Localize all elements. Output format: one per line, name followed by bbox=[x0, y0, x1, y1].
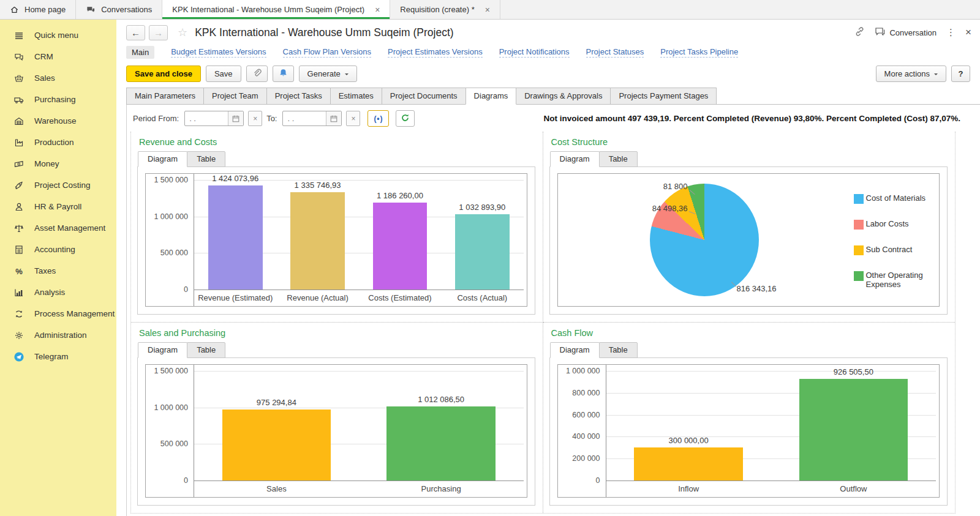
generate-label: Generate bbox=[307, 69, 341, 78]
sidebar-item-accounting[interactable]: Accounting bbox=[0, 239, 116, 260]
save-button[interactable]: Save bbox=[206, 65, 241, 82]
help-button[interactable]: ? bbox=[951, 65, 970, 82]
legend-swatch bbox=[854, 194, 864, 204]
production-icon bbox=[13, 137, 25, 148]
tab-diagram[interactable]: Diagram bbox=[138, 151, 187, 167]
tab-table[interactable]: Table bbox=[187, 342, 225, 358]
nav-link-project-notifications[interactable]: Project Notifications bbox=[499, 47, 570, 58]
period-variants-button[interactable]: (•) bbox=[368, 110, 389, 127]
close-icon[interactable]: × bbox=[375, 5, 380, 15]
analysis-icon bbox=[13, 287, 25, 298]
y-tick-label: 1 000 000 bbox=[154, 403, 188, 412]
sidebar-item-process-management[interactable]: Process Management bbox=[0, 303, 116, 324]
sidebar-item-administration[interactable]: Administration bbox=[0, 324, 116, 346]
sidebar-item-asset-management[interactable]: Asset Management bbox=[0, 217, 116, 239]
sidebar-item-warehouse[interactable]: Warehouse bbox=[0, 110, 116, 132]
toolbar: Save and close Save Generate More action… bbox=[116, 64, 980, 88]
tab-estimates[interactable]: Estimates bbox=[330, 88, 382, 105]
tab-project-documents[interactable]: Project Documents bbox=[382, 88, 466, 105]
money-icon bbox=[13, 159, 25, 170]
doc-tab-requisition[interactable]: Requisition (create) * × bbox=[390, 0, 500, 19]
close-icon[interactable]: × bbox=[485, 5, 490, 15]
sidebar-item-purchasing[interactable]: Purchasing bbox=[0, 89, 116, 110]
legend-item: Labor Costs bbox=[854, 220, 943, 230]
chevron-down-icon bbox=[934, 73, 938, 77]
bell-icon bbox=[279, 68, 288, 80]
calendar-icon[interactable] bbox=[326, 111, 341, 125]
sidebar-item-sales[interactable]: Sales bbox=[0, 67, 116, 89]
revenue-costs-chart: 1 500 0001 000 000500 0000 1 424 073,96R… bbox=[145, 173, 527, 307]
tab-project-team[interactable]: Project Team bbox=[203, 88, 267, 105]
tab-diagrams[interactable]: Diagrams bbox=[466, 88, 517, 105]
sidebar-item-analysis[interactable]: Analysis bbox=[0, 282, 116, 303]
clear-date-icon[interactable]: × bbox=[346, 111, 360, 126]
clear-date-icon[interactable]: × bbox=[248, 111, 262, 126]
tab-diagram[interactable]: Diagram bbox=[550, 151, 600, 167]
nav-link-project-tasks-pipeline[interactable]: Project Tasks Pipeline bbox=[660, 47, 738, 58]
period-from-input[interactable] bbox=[185, 114, 228, 123]
administration-icon bbox=[13, 330, 25, 341]
tab-table[interactable]: Table bbox=[599, 342, 638, 358]
conversations-label: Conversations bbox=[101, 5, 152, 14]
tab-diagram[interactable]: Diagram bbox=[550, 342, 600, 358]
nav-link-budget-estimates-versions[interactable]: Budget Estimates Versions bbox=[171, 47, 266, 58]
nav-link-project-statuses[interactable]: Project Statuses bbox=[586, 47, 644, 58]
sidebar-item-quick-menu[interactable]: Quick menu bbox=[0, 24, 116, 46]
reminder-button[interactable] bbox=[273, 65, 294, 82]
nav-link-main[interactable]: Main bbox=[126, 46, 154, 59]
conversation-button[interactable]: Conversation bbox=[875, 27, 937, 38]
save-and-close-button[interactable]: Save and close bbox=[126, 65, 201, 82]
y-tick-label: 1 500 000 bbox=[154, 176, 188, 184]
home-page-tab[interactable]: Home page bbox=[0, 0, 76, 19]
more-menu-icon[interactable]: ⋮ bbox=[946, 27, 956, 38]
back-button[interactable]: ← bbox=[126, 25, 145, 40]
refresh-button[interactable] bbox=[396, 110, 415, 127]
pie bbox=[650, 184, 759, 296]
tab-projects-payment-stages[interactable]: Projects Payment Stages bbox=[610, 88, 717, 105]
panel-subtabs: Diagram Table bbox=[549, 342, 948, 358]
sidebar-item-taxes[interactable]: %Taxes bbox=[0, 260, 116, 282]
nav-link-cash-flow-plan-versions[interactable]: Cash Flow Plan Versions bbox=[283, 47, 372, 58]
tab-table[interactable]: Table bbox=[599, 151, 638, 167]
sidebar-item-label: Money bbox=[34, 159, 59, 168]
period-filter-row: Period From: × To: × (•) bbox=[127, 105, 980, 132]
tab-main-parameters[interactable]: Main Parameters bbox=[126, 88, 204, 105]
conversations-tab[interactable]: Conversations bbox=[76, 0, 162, 19]
tab-drawings-approvals[interactable]: Drawings & Approvals bbox=[516, 88, 611, 105]
top-tab-bar: Home page Conversations KPK Internationa… bbox=[0, 0, 980, 20]
period-to-label: To: bbox=[266, 114, 277, 123]
tab-table[interactable]: Table bbox=[187, 151, 225, 167]
favorite-star-icon[interactable]: ☆ bbox=[178, 26, 187, 39]
diagram-pane: 1 500 0001 000 000500 0000 1 424 073,96R… bbox=[137, 166, 535, 315]
sidebar-item-telegram[interactable]: Telegram bbox=[0, 346, 116, 367]
project-kpi-summary: Not invoiced amount 497 439,19. Percent … bbox=[544, 114, 973, 123]
sidebar-item-crm[interactable]: CRM bbox=[0, 46, 116, 67]
tab-project-tasks[interactable]: Project Tasks bbox=[266, 88, 331, 105]
more-actions-button[interactable]: More actions bbox=[876, 65, 946, 82]
close-form-icon[interactable]: × bbox=[965, 26, 971, 39]
sidebar-item-label: HR & Payroll bbox=[34, 202, 81, 211]
calendar-icon[interactable] bbox=[228, 111, 243, 125]
forward-button[interactable]: → bbox=[149, 25, 168, 40]
sidebar-item-project-costing[interactable]: Project Costing bbox=[0, 174, 116, 196]
legend-swatch bbox=[854, 220, 864, 230]
doc-tab-project[interactable]: KPK International - Warehouse Umm Suqeim… bbox=[162, 0, 390, 19]
process-management-icon bbox=[13, 308, 25, 320]
sidebar-item-production[interactable]: Production bbox=[0, 132, 116, 153]
nav-link-project-estimates-versions[interactable]: Project Estimates Versions bbox=[388, 47, 483, 58]
sidebar-item-label: Analysis bbox=[34, 288, 65, 297]
period-to-input[interactable] bbox=[283, 114, 326, 123]
pie-value-label: 816 343,16 bbox=[737, 284, 777, 293]
generate-button[interactable]: Generate bbox=[299, 65, 357, 82]
sidebar-item-hr-payroll[interactable]: HR & Payroll bbox=[0, 196, 116, 217]
attachments-button[interactable] bbox=[246, 65, 268, 82]
tab-diagram[interactable]: Diagram bbox=[138, 342, 187, 358]
sidebar-item-money[interactable]: Money bbox=[0, 153, 116, 174]
y-tick-label: 0 bbox=[596, 476, 600, 485]
copy-link-icon[interactable] bbox=[854, 26, 865, 39]
panel-title: Cash Flow bbox=[551, 328, 948, 338]
sales-icon bbox=[13, 73, 25, 84]
sidebar-item-label: Project Costing bbox=[34, 181, 91, 190]
pie-value-label: 84 498,36 bbox=[629, 204, 688, 213]
bar-value-label: 1 335 746,93 bbox=[276, 181, 358, 190]
